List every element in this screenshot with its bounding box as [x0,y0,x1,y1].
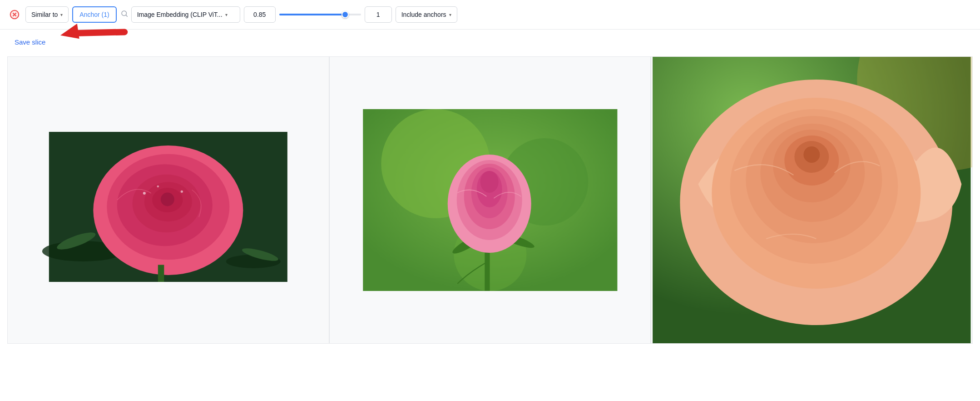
slider-track [279,14,361,15]
rose-pink-small-image [330,109,651,291]
similar-to-label: Similar to [31,11,58,18]
embedding-label: Image Embedding (CLIP ViT... [137,11,223,18]
chevron-down-icon-anchors: ▾ [449,12,451,17]
count-input[interactable] [365,6,392,23]
include-anchors-label: Include anchors [401,11,446,18]
close-icon [10,10,20,20]
image-cell-3[interactable] [651,56,973,344]
anchor-button[interactable]: Anchor (1) [72,6,116,23]
svg-point-20 [157,185,159,188]
rose-pink-large-image [8,132,329,282]
rose-peach-image [651,57,972,343]
toolbar: Similar to ▾ Anchor (1) Image Embedding … [0,0,980,30]
svg-point-36 [480,171,498,193]
svg-line-4 [126,15,127,16]
close-button[interactable] [7,7,22,22]
image-cell-1[interactable] [7,56,329,344]
image-cell-2[interactable] [329,56,651,344]
embedding-dropdown[interactable]: Image Embedding (CLIP ViT... ▾ [131,6,240,23]
svg-point-19 [143,192,146,195]
search-icon [120,10,129,20]
image-grid [0,56,980,344]
slider-thumb[interactable] [342,11,349,18]
anchor-label: Anchor (1) [79,11,109,18]
chevron-down-icon: ▾ [60,12,63,17]
svg-point-48 [804,146,820,163]
include-anchors-button[interactable]: Include anchors ▾ [396,6,457,23]
svg-point-18 [161,193,174,206]
svg-rect-22 [158,265,164,282]
save-slice-link[interactable]: Save slice [15,38,45,46]
score-input[interactable] [244,6,276,23]
svg-point-21 [181,190,183,193]
chevron-down-icon-embedding: ▾ [225,12,228,17]
svg-point-3 [122,11,127,16]
slider-fill [279,14,349,15]
similarity-slider[interactable] [279,14,361,15]
search-container: Image Embedding (CLIP ViT... ▾ [120,6,240,23]
save-slice-label: Save slice [15,38,45,46]
similar-to-dropdown[interactable]: Similar to ▾ [25,6,69,23]
